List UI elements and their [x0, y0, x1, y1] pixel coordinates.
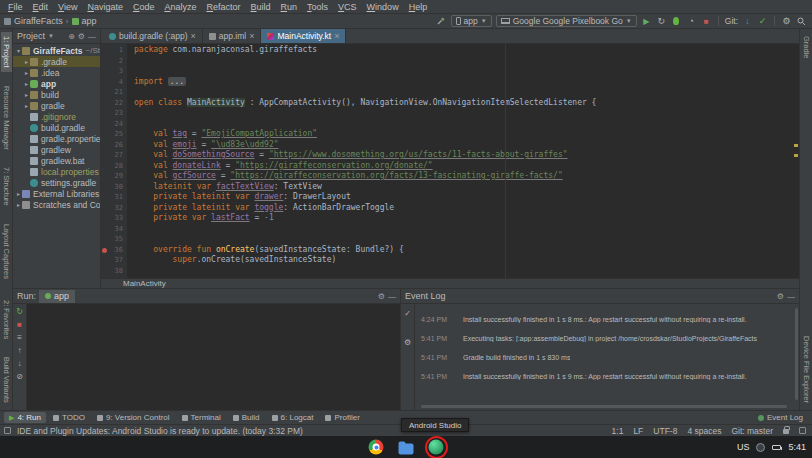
tree-item-build[interactable]: ▸build	[13, 89, 100, 100]
tree-item-gradle[interactable]: ▸gradle	[13, 100, 100, 111]
clear-console-icon[interactable]: ⊘	[16, 372, 23, 381]
run-tab-app[interactable]: app	[39, 290, 75, 303]
menu-help[interactable]: Help	[404, 2, 433, 12]
run-config-select[interactable]: app ▼	[451, 15, 492, 27]
toolwindow-tab-6-logcat[interactable]: 6: Logcat	[267, 412, 319, 423]
breakpoint-icon[interactable]	[101, 245, 108, 256]
menu-tools[interactable]: Tools	[302, 2, 333, 12]
tree-item-gradlew[interactable]: gradlew	[13, 144, 100, 155]
filter-icon[interactable]: ✓	[404, 309, 411, 318]
menu-navigate[interactable]: Navigate	[82, 2, 128, 12]
tree-item-local-properties[interactable]: local.properties	[13, 166, 100, 177]
menu-vcs[interactable]: VCS	[333, 2, 362, 12]
tree-item-idea[interactable]: ▸.idea	[13, 67, 100, 78]
status-message[interactable]: IDE and Plugin Updates: Android Studio i…	[17, 426, 303, 436]
gear-icon[interactable]: ⚙	[78, 32, 85, 41]
tree-item-giraffefacts[interactable]: ▾GiraffeFacts~/StudioProjects/GiraffeFac…	[13, 45, 100, 56]
chrome-icon[interactable]	[369, 440, 384, 455]
close-icon[interactable]: ×	[334, 31, 339, 41]
breadcrumb-project[interactable]: GiraffeFacts	[14, 16, 63, 26]
menu-view[interactable]: View	[53, 2, 82, 12]
debug-button[interactable]	[671, 15, 682, 28]
hide-panel-icon[interactable]: —	[88, 32, 96, 41]
tool-stripe-build-variants[interactable]: Build Variants	[1, 353, 12, 407]
project-view-select[interactable]: Project	[17, 31, 45, 41]
toolwindow-tab-4-run[interactable]: ▶4: Run	[4, 412, 46, 423]
editor-tab-app-iml[interactable]: app.iml×	[203, 29, 262, 43]
toolwindow-tab-profiler[interactable]: Profiler	[320, 412, 364, 423]
menu-code[interactable]: Code	[128, 2, 160, 12]
file-manager-icon[interactable]	[399, 443, 414, 454]
settings-wrench-icon[interactable]: ⚙	[404, 338, 411, 347]
status-utf-8[interactable]: UTF-8	[653, 426, 677, 436]
toolwindow-tab-terminal[interactable]: Terminal	[177, 412, 226, 423]
tool-stripe-1-project[interactable]: 1: Project	[1, 32, 12, 72]
locate-icon[interactable]: ⊕	[68, 32, 75, 41]
run-console[interactable]	[27, 304, 400, 410]
notifications-icon[interactable]	[799, 427, 806, 434]
tree-collapsed-arrow-icon[interactable]: ▸	[15, 190, 22, 197]
editor-tab-mainactivity-kt[interactable]: MainActivity.kt×	[261, 29, 346, 43]
horizontal-scrollbar[interactable]	[421, 405, 787, 408]
tool-stripe-layout-captures[interactable]: Layout Captures	[1, 220, 12, 283]
menu-file[interactable]: File	[3, 2, 28, 12]
git-commit-icon[interactable]: ✓	[757, 15, 768, 28]
tree-item-build-gradle[interactable]: build.gradle	[13, 122, 100, 133]
android-studio-icon[interactable]	[429, 440, 444, 455]
menu-analyze[interactable]: Analyze	[159, 2, 201, 12]
breadcrumb-module[interactable]: app	[82, 16, 97, 26]
menu-build[interactable]: Build	[246, 2, 276, 12]
search-icon[interactable]	[796, 15, 807, 28]
close-icon[interactable]: ×	[249, 31, 254, 41]
toolwindow-tab-9-version-control[interactable]: 9: Version Control	[92, 412, 175, 423]
gear-icon[interactable]: ⚙	[378, 292, 385, 301]
system-menu-icon[interactable]	[756, 443, 765, 452]
tool-window-toggle-icon[interactable]	[4, 427, 11, 434]
tree-collapsed-arrow-icon[interactable]: ▸	[23, 58, 30, 65]
tree-collapsed-arrow-icon[interactable]: ▸	[23, 69, 30, 76]
settings-gear-icon[interactable]: ⚙	[781, 15, 792, 28]
tree-collapsed-arrow-icon[interactable]: ▸	[23, 80, 30, 87]
tool-stripe-2-favorites[interactable]: 2: Favorites	[1, 296, 12, 343]
scroll-up-icon[interactable]: ↑	[18, 346, 22, 355]
tool-stripe-resource-manager[interactable]: Resource Manager	[1, 82, 12, 154]
status-1-1[interactable]: 1:1	[612, 426, 624, 436]
editor-tab-build-gradle-app[interactable]: build.gradle (:app)×	[103, 29, 203, 43]
tree-item-external-libraries[interactable]: ▸External Libraries	[13, 188, 100, 199]
tree-item-gradle[interactable]: ▸.gradle	[13, 56, 100, 67]
tool-stripe-7-structure[interactable]: 7: Structure	[1, 163, 12, 210]
run-button[interactable]: ▶	[641, 15, 652, 28]
stop-icon[interactable]: ■	[17, 320, 22, 329]
scroll-down-icon[interactable]: ↓	[18, 359, 22, 368]
menu-edit[interactable]: Edit	[28, 2, 54, 12]
stop-button[interactable]: ■	[701, 15, 712, 28]
restart-activity-icon[interactable]: ≡	[17, 333, 22, 342]
tree-item-app[interactable]: ▸app	[13, 78, 100, 89]
git-update-icon[interactable]: ↓	[742, 15, 753, 28]
status-git-master[interactable]: Git: master	[731, 426, 773, 436]
tree-expanded-arrow-icon[interactable]: ▾	[15, 47, 22, 54]
status-4-spaces[interactable]: 4 spaces	[687, 426, 721, 436]
device-select[interactable]: Google Google Pixelbook Go ▼	[496, 15, 637, 27]
vertical-scrollbar[interactable]	[795, 308, 798, 400]
tree-collapsed-arrow-icon[interactable]: ▸	[23, 102, 30, 109]
tree-collapsed-arrow-icon[interactable]: ▸	[23, 91, 30, 98]
lock-icon[interactable]	[783, 429, 789, 434]
gear-icon[interactable]: ⚙	[777, 292, 784, 301]
menu-window[interactable]: Window	[362, 2, 404, 12]
tool-stripe-gradle[interactable]: Gradle	[801, 32, 812, 63]
toolwindow-tab-build[interactable]: Build	[228, 412, 265, 423]
profiler-button[interactable]: ◔	[686, 15, 697, 28]
toolwindow-tab-event-log[interactable]: Event Log	[753, 412, 808, 423]
close-icon[interactable]: ×	[191, 31, 196, 41]
chevron-down-icon[interactable]: ▼	[48, 33, 54, 39]
hide-panel-icon[interactable]: —	[787, 292, 795, 301]
tree-item-gradlew-bat[interactable]: gradlew.bat	[13, 155, 100, 166]
tree-item-gitignore[interactable]: .gitignore	[13, 111, 100, 122]
toolwindow-tab-todo[interactable]: TODO	[48, 412, 90, 423]
tree-item-scratches-and-consoles[interactable]: ▸Scratches and Consoles	[13, 199, 100, 210]
clock[interactable]: 5:41	[788, 442, 806, 452]
build-hammer-icon[interactable]	[436, 15, 447, 28]
status-lf[interactable]: LF	[633, 426, 643, 436]
rerun-icon[interactable]: ↻	[16, 307, 23, 316]
